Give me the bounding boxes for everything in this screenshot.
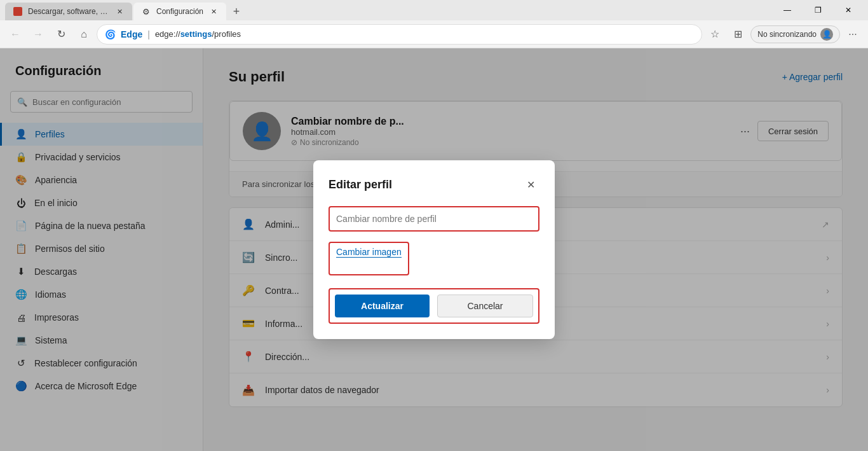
tab-2-title: Configuración — [156, 7, 203, 16]
modal-title: Editar perfil — [329, 178, 392, 191]
modal-close-button[interactable]: ✕ — [522, 176, 539, 193]
address-url: edge://settings/profiles — [155, 29, 241, 39]
tab-2[interactable]: ⚙ Configuración ✕ — [133, 3, 226, 20]
address-separator: | — [147, 29, 150, 39]
change-image-link[interactable]: Cambiar imagen — [336, 247, 402, 258]
toolbar: ← → ↻ ⌂ 🌀 Edge | edge://settings/profile… — [0, 20, 868, 48]
edge-logo-icon: 🌀 — [105, 29, 116, 39]
edit-profile-modal: Editar perfil ✕ Cambiar imagen Actual — [313, 160, 555, 339]
back-button[interactable]: ← — [5, 24, 25, 45]
main-layout: Configuración 🔍 👤 Perfiles 🔒 Privacidad … — [0, 48, 868, 451]
content-area: Su perfil + Agregar perfil 👤 Cambiar nom… — [203, 48, 868, 451]
modal-buttons: Actualizar Cancelar — [335, 295, 533, 317]
modal-input-wrapper — [329, 206, 539, 232]
tab-favicon-1 — [13, 6, 23, 17]
tab-1-title: Descargar, software, controlado... — [28, 7, 109, 16]
modal-header: Editar perfil ✕ — [329, 176, 539, 193]
home-button[interactable]: ⌂ — [74, 24, 94, 45]
more-button[interactable]: ··· — [843, 24, 863, 45]
address-bar[interactable]: 🌀 Edge | edge://settings/profiles — [97, 24, 702, 45]
title-bar: Descargar, software, controlado... ✕ ⚙ C… — [0, 0, 868, 20]
tab-1[interactable]: Descargar, software, controlado... ✕ — [5, 3, 132, 20]
modal-buttons-wrapper: Actualizar Cancelar — [329, 288, 539, 324]
cancel-button[interactable]: Cancelar — [437, 295, 533, 317]
reload-button[interactable]: ↻ — [51, 24, 71, 45]
change-image-wrapper: Cambiar imagen — [329, 242, 409, 275]
new-tab-button[interactable]: + — [227, 3, 245, 20]
modal-overlay: Editar perfil ✕ Cambiar imagen Actual — [203, 48, 868, 451]
toolbar-right: ☆ ⊞ No sincronizando 👤 ··· — [705, 24, 863, 45]
update-button[interactable]: Actualizar — [335, 295, 430, 317]
profile-button[interactable]: No sincronizando 👤 — [750, 25, 840, 43]
profile-avatar: 👤 — [820, 28, 833, 41]
tab-favicon-2: ⚙ — [141, 6, 151, 17]
profile-sync-label: No sincronizando — [757, 30, 817, 39]
brand-label: Edge — [121, 29, 142, 39]
tab-bar: Descargar, software, controlado... ✕ ⚙ C… — [5, 0, 768, 20]
profile-name-input[interactable] — [330, 207, 538, 230]
collections-button[interactable]: ⊞ — [728, 24, 748, 45]
window-controls: — ❐ ✕ — [773, 0, 863, 20]
maximize-button[interactable]: ❐ — [803, 0, 832, 20]
tab-2-close[interactable]: ✕ — [208, 6, 219, 17]
browser-frame: Descargar, software, controlado... ✕ ⚙ C… — [0, 0, 868, 451]
minimize-button[interactable]: — — [773, 0, 802, 20]
close-button[interactable]: ✕ — [834, 0, 863, 20]
tab-1-close[interactable]: ✕ — [114, 6, 125, 17]
favorites-button[interactable]: ☆ — [705, 24, 725, 45]
forward-button[interactable]: → — [28, 24, 48, 45]
